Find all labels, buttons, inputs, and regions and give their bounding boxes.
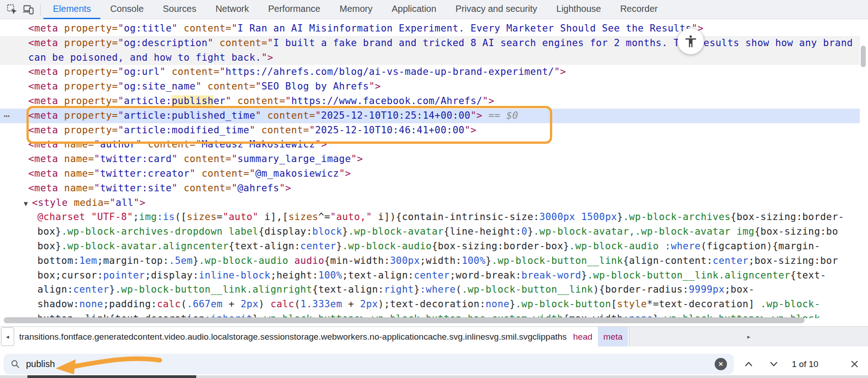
chevron-left-icon: ◂	[6, 333, 9, 340]
dock-edge	[27, 375, 196, 378]
devtools-tab-bar: ElementsConsoleSourcesNetworkPerformance…	[0, 0, 868, 19]
inspect-element-button[interactable]	[4, 2, 20, 17]
code-row[interactable]: @charset "UTF-8";img:is([sizes="auto" i]…	[0, 210, 860, 225]
breadcrumb-bar: ◂ transitions.fontface.generatedcontent.…	[0, 326, 868, 347]
code-row[interactable]: shadow:none;padding:calc(.667em + 2px) c…	[0, 297, 860, 312]
code-row[interactable]: <meta property="og:description" content=…	[0, 36, 860, 51]
code-row[interactable]: ⋯<meta property="article:published_time"…	[0, 109, 860, 123]
horizontal-scrollbar-thumb[interactable]	[4, 317, 805, 323]
previous-match-button[interactable]	[740, 354, 757, 374]
chevron-right-icon: ▸	[747, 333, 750, 340]
code-row[interactable]: <meta name="author" content="Mateusz Mak…	[0, 137, 860, 152]
toolbar-divider	[40, 4, 41, 16]
tab-network[interactable]: Network	[206, 0, 258, 19]
code-row[interactable]: box}.wp-block-avatar.aligncenter{text-al…	[0, 239, 860, 254]
tab-lighthouse[interactable]: Lighthouse	[547, 0, 611, 19]
tab-elements[interactable]: Elements	[43, 0, 100, 19]
find-bar: publish ✕ 1 of 10	[0, 346, 868, 378]
vertical-scrollbar-thumb[interactable]	[861, 46, 866, 67]
tab-privacy-and-security[interactable]: Privacy and security	[446, 0, 547, 19]
breadcrumb-item-head[interactable]: head	[568, 327, 598, 346]
tab-performance[interactable]: Performance	[259, 0, 330, 19]
clear-x-icon: ✕	[718, 361, 723, 368]
code-row[interactable]: <meta property="article:publisher" conte…	[0, 94, 860, 109]
chevron-up-icon	[745, 362, 753, 367]
breadcrumb-item-meta[interactable]: meta	[598, 327, 628, 346]
code-row[interactable]: box}.wp-block-archives-dropdown label{di…	[0, 225, 860, 239]
tab-memory[interactable]: Memory	[330, 0, 382, 19]
breadcrumb-scroll-left-button[interactable]: ◂	[1, 327, 14, 346]
tab-sources[interactable]: Sources	[153, 0, 206, 19]
devtools-window: ElementsConsoleSourcesNetworkPerformance…	[0, 0, 868, 378]
node-menu-dots-icon[interactable]: ⋯	[4, 109, 9, 123]
tab-console[interactable]: Console	[100, 0, 153, 19]
tab-application[interactable]: Application	[382, 0, 446, 19]
code-row[interactable]: can be poisoned, and how to fight back."…	[0, 51, 860, 65]
close-search-button[interactable]	[845, 354, 863, 374]
code-row[interactable]: <meta property="og:site_name" content="S…	[0, 79, 860, 94]
elements-tree: <meta property="og:title" content="I Ran…	[0, 19, 860, 318]
search-results-count: 1 of 10	[792, 354, 818, 374]
inspect-cursor-icon	[7, 4, 17, 15]
next-match-button[interactable]	[765, 354, 782, 374]
clear-search-button[interactable]: ✕	[715, 358, 727, 370]
breadcrumb-scroll-right-button[interactable]: ▸	[629, 327, 868, 346]
tab-recorder[interactable]: Recorder	[611, 0, 667, 19]
code-row[interactable]: box;cursor:pointer;display:inline-block;…	[0, 268, 860, 283]
code-row[interactable]: <meta property="og:title" content="I Ran…	[0, 21, 860, 36]
search-input[interactable]: publish ✕	[4, 354, 734, 374]
code-row[interactable]: <meta name="twitter:card" content="summa…	[0, 152, 860, 167]
close-x-icon	[850, 360, 859, 368]
code-row[interactable]: <meta name="twitter:creator" content="@m…	[0, 167, 860, 181]
accessibility-person-icon	[684, 34, 698, 48]
accessibility-fab[interactable]	[678, 28, 704, 54]
code-row[interactable]: <meta name="twitter:site" content="@ahre…	[0, 181, 860, 196]
code-row[interactable]: <meta property="og:url" content="https:/…	[0, 65, 860, 79]
panel-tabs: ElementsConsoleSourcesNetworkPerformance…	[43, 0, 667, 19]
code-row[interactable]: bottom:1em;margin-top:.5em}.wp-block-aud…	[0, 254, 860, 268]
breadcrumb-html-classes[interactable]: transitions.fontface.generatedcontent.vi…	[14, 327, 567, 346]
search-icon	[10, 359, 20, 369]
search-query-text: publish	[26, 359, 715, 369]
device-toolbar-icon	[23, 4, 34, 15]
code-row[interactable]: ▼<style media="all">	[0, 196, 860, 210]
chevron-down-icon	[770, 362, 778, 367]
code-row[interactable]: align:center}.wp-block-button__link.alig…	[0, 283, 860, 297]
device-toolbar-button[interactable]	[20, 2, 37, 17]
code-row[interactable]: <meta property="article:modified_time" c…	[0, 123, 860, 138]
